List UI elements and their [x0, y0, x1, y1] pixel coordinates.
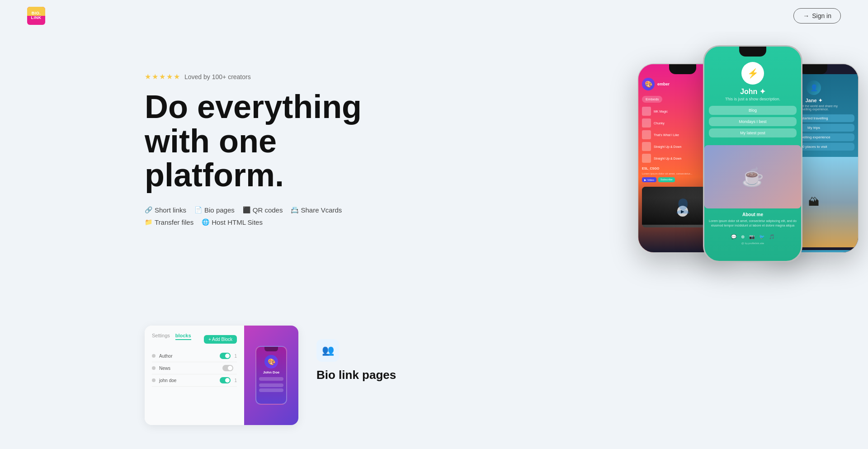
tab-settings[interactable]: Settings	[152, 333, 170, 340]
center-avatar: ⚡	[741, 62, 764, 85]
users-icon: 👥	[322, 345, 334, 356]
about-title: About me	[709, 212, 797, 217]
block-row-johndoe: john doe 1	[152, 374, 237, 387]
left-avatar: 🎨	[642, 78, 655, 90]
bio-link-card: Settings blocks + Add Block Author 1 New…	[145, 326, 298, 425]
block-row-author: Author 1	[152, 350, 237, 362]
add-block-button[interactable]: + Add Block	[204, 335, 237, 344]
page-icon: 📄	[194, 206, 202, 213]
center-name: John ✦	[709, 87, 797, 96]
center-btn-post[interactable]: My latest post	[709, 128, 797, 137]
feature-transfer-files: 📁 Transfer files	[145, 218, 193, 226]
feature-qr-codes-label: QR codes	[253, 206, 283, 214]
mini-phone-avatar: 🎨	[264, 355, 278, 369]
feature-bio-link-block: 👥 Bio link pages	[316, 326, 396, 382]
logo[interactable]: BIO.LINK	[27, 7, 45, 25]
feature-short-links: 🔗 Short links	[145, 206, 186, 214]
left-username: ember	[657, 82, 670, 86]
phone-notch-right	[800, 64, 827, 74]
feature-bio-pages: 📄 Bio pages	[194, 206, 235, 214]
file-icon: 📁	[145, 218, 152, 226]
feature-transfer-files-label: Transfer files	[155, 218, 193, 226]
block-toggle-author[interactable]	[220, 353, 231, 359]
navbar: BIO.LINK → Sign in	[0, 0, 868, 32]
features-list: 🔗 Short links 📄 Bio pages ⬛ QR codes 📇 S…	[145, 206, 371, 226]
whatsapp-icon: 💬	[731, 234, 736, 239]
stars-label: Loved by 100+ creators	[184, 73, 251, 80]
hero-section: ★★★★★ Loved by 100+ creators Do everythi…	[0, 0, 868, 298]
html-icon: 🌐	[202, 218, 209, 226]
card-phone-preview: 🎨 John Doe	[244, 326, 298, 425]
feature-short-links-label: Short links	[155, 206, 186, 214]
stars-row: ★★★★★ Loved by 100+ creators	[145, 72, 371, 81]
embeds-label: Embeds	[642, 96, 662, 103]
about-text: Lorem ipsum dolor sit amet, consectetur …	[709, 219, 797, 228]
phone-notch-center	[739, 47, 766, 57]
block-row-news: News	[152, 362, 237, 374]
star-icons: ★★★★★	[145, 72, 181, 81]
tiktok-icon: 🎵	[769, 234, 774, 239]
card-settings-panel: Settings blocks + Add Block Author 1 New…	[145, 326, 244, 425]
feature-html-sites-label: Host HTML Sites	[212, 218, 263, 226]
feature-html-sites: 🌐 Host HTML Sites	[202, 218, 263, 226]
sign-in-label: Sign in	[812, 12, 831, 19]
link-icon: 🔗	[145, 206, 152, 213]
settings-tabs: Settings blocks	[152, 333, 191, 340]
feature-icon-box: 👥	[316, 339, 339, 362]
phone-center: ⚡ John ✦ This is just a show description…	[703, 45, 802, 262]
hero-title-line2: with one	[145, 123, 277, 159]
feature-vcards: 📇 Share Vcards	[291, 206, 342, 214]
bottom-section: Settings blocks + Add Block Author 1 New…	[0, 326, 868, 425]
mini-phone-notch	[264, 347, 278, 351]
center-desc: This is just a show description.	[709, 97, 797, 101]
logo-text: BIO.LINK	[31, 11, 42, 20]
feature-vcards-label: Share Vcards	[301, 206, 342, 214]
block-drag-handle-2	[152, 366, 156, 370]
center-btn-blog[interactable]: Blog	[709, 106, 797, 115]
sign-in-icon: →	[803, 12, 809, 19]
vcard-icon: 📇	[291, 206, 298, 213]
feature-qr-codes: ⬛ QR codes	[243, 206, 283, 214]
phone-notch-left	[669, 64, 696, 74]
phones-showcase: 🎨 ember Embeds MK Magic Chunky That's Wh…	[633, 36, 868, 298]
block-toggle-news[interactable]	[222, 365, 233, 371]
block-toggle-johndoe[interactable]	[220, 377, 231, 383]
sign-in-button[interactable]: → Sign in	[793, 8, 841, 24]
twitter-icon: 🐦	[759, 234, 764, 239]
feature-bio-pages-label: Bio pages	[204, 206, 235, 214]
block-drag-handle-3	[152, 378, 156, 382]
powered-by: @ by.proflelink.site	[704, 242, 801, 247]
center-socials: 💬 ⊕ 📷 🐦 🎵	[704, 232, 801, 242]
center-btn-mondays[interactable]: Mondays I best	[709, 117, 797, 126]
center-photo: ☕	[704, 145, 801, 208]
instagram-icon: 📷	[749, 234, 755, 239]
block-drag-handle	[152, 354, 156, 358]
mini-phone-name: John Doe	[256, 370, 286, 374]
hero-title: Do everything with one platform.	[145, 90, 371, 193]
mini-phone: 🎨 John Doe	[255, 346, 287, 405]
tab-blocks[interactable]: blocks	[175, 333, 191, 340]
hero-content: ★★★★★ Loved by 100+ creators Do everythi…	[145, 45, 371, 226]
hero-title-line3: platform.	[145, 157, 284, 193]
hero-title-line1: Do everything	[145, 89, 362, 125]
qr-icon: ⬛	[243, 206, 250, 213]
messenger-icon: ⊕	[741, 234, 745, 239]
feature-title: Bio link pages	[316, 368, 396, 382]
